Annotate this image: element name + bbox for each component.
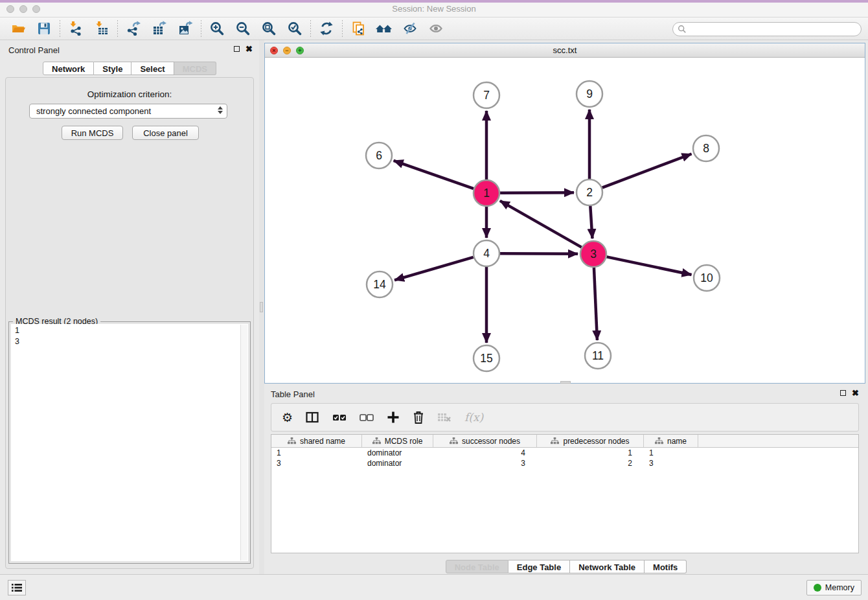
float-table-panel-icon[interactable]: [840, 390, 846, 396]
table-cell[interactable]: dominator: [362, 448, 433, 458]
graph-node-14[interactable]: 14: [367, 271, 393, 297]
mcds-result-area[interactable]: 1 3: [11, 324, 248, 561]
graph-edge-4-14[interactable]: [394, 257, 474, 280]
export-network-button[interactable]: [120, 19, 146, 38]
node-table[interactable]: shared nameMCDS rolesuccessor nodesprede…: [271, 434, 859, 553]
open-folder-icon: [10, 21, 27, 36]
svg-text:7: 7: [483, 89, 490, 102]
zoom-in-button[interactable]: [204, 19, 230, 38]
float-panel-icon[interactable]: [234, 46, 240, 52]
export-image-button[interactable]: [172, 19, 198, 38]
tab-node-table[interactable]: Node Table: [446, 560, 508, 573]
graph-node-15[interactable]: 15: [474, 345, 499, 371]
search-input[interactable]: [687, 23, 861, 35]
column-header-MCDS-role[interactable]: MCDS role: [362, 435, 433, 447]
tab-style[interactable]: Style: [94, 62, 131, 75]
graph-edge-1-2[interactable]: [500, 192, 574, 193]
column-header-predecessor-nodes[interactable]: predecessor nodes: [537, 435, 644, 447]
table-cell[interactable]: 3: [271, 458, 362, 468]
export-table-button[interactable]: [146, 19, 172, 38]
column-header-shared-name[interactable]: shared name: [271, 435, 362, 447]
svg-text:9: 9: [586, 87, 593, 100]
table-tabs: Node TableEdge TableNetwork TableMotifs: [264, 560, 868, 573]
table-row[interactable]: 1dominator411: [271, 448, 858, 458]
criterion-dropdown[interactable]: strongly connected component: [29, 104, 227, 119]
table-settings-button[interactable]: ⚙: [282, 411, 293, 424]
zoom-fit-button[interactable]: [256, 19, 282, 38]
graph-node-11[interactable]: 11: [585, 343, 611, 369]
result-scrollbar[interactable]: [240, 325, 247, 560]
table-cell[interactable]: 1: [537, 448, 644, 458]
plus-icon: [387, 411, 400, 424]
table-toolbar: ⚙: [271, 403, 859, 432]
open-session-button[interactable]: [5, 19, 31, 38]
table-cell[interactable]: 4: [433, 448, 537, 458]
graph-edge-3-11[interactable]: [594, 268, 597, 340]
column-header-name[interactable]: name: [644, 435, 698, 447]
graph-node-4[interactable]: 4: [474, 240, 499, 266]
add-row-button[interactable]: [387, 411, 400, 424]
table-cell[interactable]: 2: [537, 458, 644, 468]
table-cell[interactable]: 3: [433, 458, 537, 468]
column-header-successor-nodes[interactable]: successor nodes: [433, 435, 537, 447]
table-body: 1dominator4113dominator323: [271, 448, 858, 468]
graph-edge-3-10[interactable]: [607, 257, 692, 275]
run-mcds-button[interactable]: Run MCDS: [62, 126, 123, 140]
graph-node-2[interactable]: 2: [577, 179, 602, 205]
graph-node-3[interactable]: 3: [580, 241, 606, 267]
graph-edge-2-8[interactable]: [602, 154, 692, 187]
panel-divider[interactable]: [259, 40, 264, 574]
export-image-icon: [177, 21, 193, 36]
show-columns-button[interactable]: [306, 411, 319, 424]
graph-edge-1-6[interactable]: [394, 161, 474, 189]
show-hidden-button[interactable]: [423, 19, 449, 38]
memory-button[interactable]: Memory: [806, 580, 862, 595]
table-cell[interactable]: dominator: [362, 458, 433, 468]
clone-network-button[interactable]: [345, 19, 371, 38]
save-icon: [36, 21, 52, 36]
apply-layout-button[interactable]: [314, 19, 339, 38]
deselect-all-rows-button[interactable]: [360, 413, 374, 422]
divider-handle-icon[interactable]: [260, 302, 263, 312]
show-all-networks-button[interactable]: [371, 19, 397, 38]
refresh-icon: [319, 21, 334, 36]
close-panel-button[interactable]: Close panel: [132, 126, 199, 140]
search-box[interactable]: [672, 22, 862, 36]
graph-node-10[interactable]: 10: [694, 265, 720, 291]
graph-node-8[interactable]: 8: [693, 135, 719, 161]
tab-edge-table[interactable]: Edge Table: [508, 560, 570, 573]
hide-selected-button[interactable]: [397, 19, 423, 38]
tab-select[interactable]: Select: [131, 62, 174, 75]
delete-row-button[interactable]: [413, 411, 424, 424]
import-table-button[interactable]: [89, 19, 115, 38]
graph-node-1[interactable]: 1: [474, 180, 499, 206]
graph-edge-4-3[interactable]: [500, 253, 578, 254]
import-network-button[interactable]: [63, 19, 89, 38]
zoom-out-button[interactable]: [230, 19, 256, 38]
graph-node-9[interactable]: 9: [577, 81, 602, 107]
window-resize-grip[interactable]: [560, 381, 571, 384]
tab-network[interactable]: Network: [43, 62, 94, 75]
close-panel-icon[interactable]: ✖: [246, 45, 253, 52]
task-history-button[interactable]: [8, 580, 26, 595]
graph-edge-2-3[interactable]: [590, 206, 592, 238]
table-row[interactable]: 3dominator323: [271, 458, 858, 468]
close-table-panel-icon[interactable]: ✖: [852, 389, 859, 397]
table-cell[interactable]: 1: [644, 448, 698, 458]
network-canvas[interactable]: 7968124314101511: [265, 58, 865, 383]
status-bar: Memory: [0, 574, 868, 600]
tab-motifs[interactable]: Motifs: [645, 560, 687, 573]
graph-node-7[interactable]: 7: [474, 82, 499, 108]
zoom-selected-button[interactable]: [282, 19, 308, 38]
table-cell[interactable]: 3: [644, 458, 698, 468]
table-cell[interactable]: 1: [271, 448, 362, 458]
svg-text:1: 1: [483, 187, 490, 200]
tab-network-table[interactable]: Network Table: [570, 560, 645, 573]
network-window-titlebar[interactable]: × − + scc.txt: [265, 43, 865, 58]
select-all-rows-button[interactable]: [332, 413, 347, 422]
save-session-button[interactable]: [31, 19, 57, 38]
tab-mcds[interactable]: MCDS: [174, 62, 216, 75]
graph-node-6[interactable]: 6: [366, 143, 392, 168]
columns-icon: [306, 411, 319, 424]
graph-edge-3-1[interactable]: [500, 201, 582, 248]
